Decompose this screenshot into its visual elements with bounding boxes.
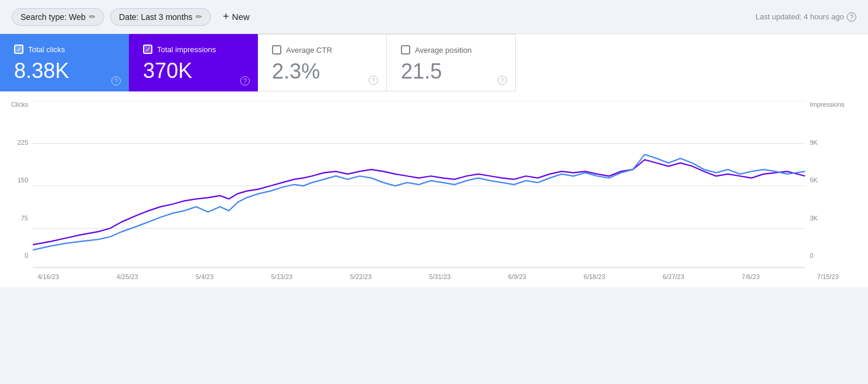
average-ctr-value: 2.3% bbox=[272, 59, 372, 84]
date-edit-icon: ✏ bbox=[196, 12, 202, 21]
left-y-75: 75 bbox=[21, 215, 28, 222]
top-bar: Search type: Web ✏ Date: Last 3 months ✏… bbox=[0, 0, 868, 34]
new-label: New bbox=[232, 12, 250, 22]
x-label-8: 6/27/23 bbox=[663, 273, 685, 280]
x-label-3: 5/13/23 bbox=[271, 273, 292, 280]
search-type-edit-icon: ✏ bbox=[89, 12, 96, 21]
total-clicks-value: 8.38K bbox=[14, 59, 115, 83]
x-label-10: 7/15/23 bbox=[817, 273, 839, 280]
x-label-7: 6/18/23 bbox=[584, 273, 605, 280]
last-updated-help-icon[interactable]: ? bbox=[847, 12, 856, 22]
date-label: Date: Last 3 months bbox=[119, 12, 192, 22]
total-impressions-checkbox[interactable]: ✓ bbox=[143, 45, 152, 54]
search-type-label: Search type: Web bbox=[21, 12, 86, 22]
average-position-value: 21.5 bbox=[401, 59, 501, 84]
chart-svg bbox=[33, 101, 805, 271]
chart-svg-container bbox=[33, 101, 805, 271]
total-impressions-label: Total impressions bbox=[157, 45, 216, 54]
total-clicks-checkbox[interactable]: ✓ bbox=[14, 45, 23, 54]
right-y-9k: 9K bbox=[810, 139, 818, 146]
search-type-filter[interactable]: Search type: Web ✏ bbox=[12, 8, 104, 26]
right-y-6k: 6K bbox=[810, 176, 818, 183]
x-label-5: 5/31/23 bbox=[429, 273, 451, 280]
x-axis-labels: 4/16/23 4/25/23 5/4/23 5/13/23 5/22/23 5… bbox=[0, 271, 868, 287]
chart-container: Clicks 225 150 75 0 bbox=[0, 91, 868, 287]
average-position-checkbox[interactable] bbox=[401, 45, 410, 55]
new-button[interactable]: + New bbox=[217, 7, 256, 26]
left-y-150: 150 bbox=[18, 176, 28, 183]
y-axis-right: Impressions 9K 6K 3K 0 bbox=[805, 101, 845, 271]
x-label-1: 4/25/23 bbox=[117, 273, 138, 280]
clicks-line bbox=[33, 154, 805, 250]
average-ctr-label: Average CTR bbox=[286, 46, 332, 55]
average-position-label: Average position bbox=[415, 46, 472, 55]
left-y-225: 225 bbox=[18, 139, 28, 146]
impressions-line bbox=[33, 159, 805, 244]
metric-total-impressions[interactable]: ✓ Total impressions 370K ? bbox=[129, 34, 258, 91]
x-label-9: 7/6/23 bbox=[742, 273, 760, 280]
left-axis-title: Clicks bbox=[11, 101, 28, 108]
metric-average-ctr[interactable]: Average CTR 2.3% ? bbox=[258, 34, 387, 91]
average-ctr-help-icon[interactable]: ? bbox=[369, 76, 378, 85]
x-label-2: 5/4/23 bbox=[196, 273, 214, 280]
total-impressions-help-icon[interactable]: ? bbox=[240, 76, 250, 86]
average-ctr-checkbox[interactable] bbox=[272, 45, 281, 55]
right-y-0: 0 bbox=[810, 252, 813, 259]
x-label-4: 5/22/23 bbox=[350, 273, 372, 280]
last-updated-text: Last updated: 4 hours ago bbox=[755, 12, 844, 21]
x-label-0: 4/16/23 bbox=[38, 273, 59, 280]
metrics-row: ✓ Total clicks 8.38K ? ✓ Total impressio… bbox=[0, 34, 868, 91]
metric-average-position[interactable]: Average position 21.5 ? bbox=[387, 34, 516, 91]
average-position-help-icon[interactable]: ? bbox=[498, 76, 507, 85]
left-y-0: 0 bbox=[25, 252, 28, 259]
total-clicks-help-icon[interactable]: ? bbox=[111, 76, 121, 86]
date-filter[interactable]: Date: Last 3 months ✏ bbox=[110, 8, 211, 26]
total-impressions-value: 370K bbox=[143, 59, 244, 83]
y-axis-left: Clicks 225 150 75 0 bbox=[0, 101, 33, 271]
metric-total-clicks[interactable]: ✓ Total clicks 8.38K ? bbox=[0, 34, 129, 91]
x-label-6: 6/9/23 bbox=[508, 273, 526, 280]
plus-icon: + bbox=[223, 11, 229, 23]
total-clicks-label: Total clicks bbox=[28, 45, 65, 54]
last-updated: Last updated: 4 hours ago ? bbox=[755, 12, 856, 22]
right-axis-title: Impressions bbox=[810, 101, 845, 108]
right-y-3k: 3K bbox=[810, 215, 818, 222]
